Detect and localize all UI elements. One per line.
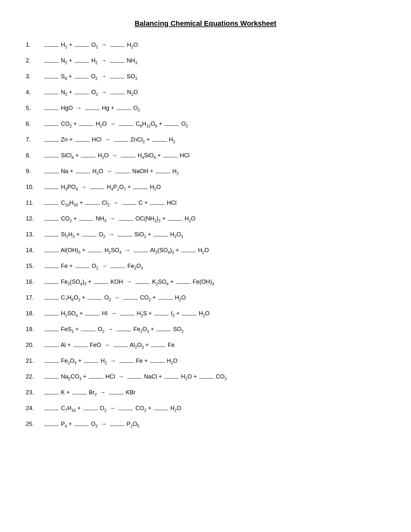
equation-number: 3. [26, 72, 44, 81]
equation-row: 5. HgO → Hg + O2 [26, 104, 385, 113]
equation-row: 25. P4 + O2 → P2O5 [26, 420, 385, 429]
equation-content: Na2CO3 + HCl → NaCl + H2O + CO2 [44, 372, 227, 381]
equation-content: H2SO4 + HI → H2S + I2 + H2O [44, 309, 210, 318]
equation-row: 8. SiCl4 + H2O → H4SiO4 + HCl [26, 151, 385, 160]
equation-content: Fe2O3 + H2 → Fe + H2O [44, 357, 178, 365]
equation-row: 10. H3PO4 → H4P2O7 + H2O [26, 183, 385, 192]
equation-content: C7H6O2 + O2 → CO2 + H2O [44, 293, 186, 302]
equation-number: 9. [26, 167, 44, 176]
page-title: Balancing Chemical Equations Worksheet [26, 19, 385, 28]
equation-row: 24. C7H16 + O2 → CO2 + H2O [26, 404, 385, 413]
equation-row: 19. FeS2 + O2 → Fe2O3 + SO2 [26, 325, 385, 334]
equation-row: 14. Al(OH)3 + H2SO4 → Al2(SO4)3 + H2O [26, 246, 385, 255]
equation-number: 7. [26, 135, 44, 144]
equation-content: H3PO4 → H4P2O7 + H2O [44, 183, 161, 192]
equation-row: 1. H2 + O2 → H2O [26, 41, 385, 49]
equation-content: CO2 + NH3 → OC(NH2)2 + H2O [44, 214, 196, 223]
equation-number: 16. [26, 278, 44, 286]
equation-number: 2. [26, 56, 44, 65]
equation-content: N2 + H2 → NH3 [44, 56, 137, 65]
equation-number: 19. [26, 325, 44, 334]
equation-content: Na + H2O → NaOH + H2 [44, 167, 179, 176]
equation-number: 17. [26, 293, 44, 302]
equation-number: 11. [26, 199, 44, 207]
equation-content: FeS2 + O2 → Fe2O3 + SO2 [44, 325, 184, 334]
equation-number: 25. [26, 420, 44, 429]
equation-content: Fe2(SO4)3 + KOH → K2SO4 + Fe(OH)3 [44, 278, 214, 286]
equation-content: H2 + O2 → H2O [44, 41, 138, 49]
equation-row: 15. Fe + O2 → Fe2O3 [26, 262, 385, 271]
equation-row: 13. Si2H3 + O2 → SiO2 + H2O3 [26, 230, 385, 239]
equation-content: P4 + O2 → P2O5 [44, 420, 139, 429]
equation-content: SiCl4 + H2O → H4SiO4 + HCl [44, 151, 190, 160]
equation-row: 3. S8 + O2 → SO3 [26, 72, 385, 81]
equation-row: 12. CO2 + NH3 → OC(NH2)2 + H2O [26, 214, 385, 223]
equation-number: 20. [26, 341, 44, 350]
equation-row: 7. Zn + HCl → ZnCl2 + H2 [26, 135, 385, 144]
equation-number: 18. [26, 309, 44, 318]
equation-row: 4. N2 + O2 → N2O [26, 88, 385, 97]
equation-number: 5. [26, 104, 44, 113]
equation-content: Al + FeO → Al2O3 + Fe [44, 341, 175, 350]
equation-content: C7H16 + O2 → CO2 + H2O [44, 404, 181, 413]
equation-content: Fe + O2 → Fe2O3 [44, 262, 143, 271]
equation-number: 8. [26, 151, 44, 160]
equation-content: Al(OH)3 + H2SO4 → Al2(SO4)3 + H2O [44, 246, 209, 255]
equation-row: 23. K + Br2 → KBr [26, 388, 385, 397]
equation-number: 23. [26, 388, 44, 397]
equation-row: 17. C7H6O2 + O2 → CO2 + H2O [26, 293, 385, 302]
equation-row: 20. Al + FeO → Al2O3 + Fe [26, 341, 385, 350]
equation-row: 21. Fe2O3 + H2 → Fe + H2O [26, 357, 385, 365]
equation-content: K + Br2 → KBr [44, 388, 135, 397]
equation-row: 18. H2SO4 + HI → H2S + I2 + H2O [26, 309, 385, 318]
equation-number: 24. [26, 404, 44, 413]
equation-number: 14. [26, 246, 44, 255]
equation-number: 15. [26, 262, 44, 271]
equation-row: 11. C10H16 + Cl2 → C + HCl [26, 199, 385, 207]
equation-list: 1. H2 + O2 → H2O2. N2 + H2 → NH33. S8 + … [26, 41, 385, 429]
equation-content: N2 + O2 → N2O [44, 88, 138, 97]
equation-row: 9. Na + H2O → NaOH + H2 [26, 167, 385, 176]
equation-row: 6. CO2 + H2O → C6H12O6 + O2 [26, 120, 385, 128]
equation-row: 22. Na2CO3 + HCl → NaCl + H2O + CO2 [26, 372, 385, 381]
equation-number: 12. [26, 214, 44, 223]
equation-content: Zn + HCl → ZnCl2 + H2 [44, 135, 175, 144]
equation-number: 1. [26, 41, 44, 49]
equation-number: 4. [26, 88, 44, 97]
equation-number: 6. [26, 120, 44, 128]
equation-content: S8 + O2 → SO3 [44, 72, 137, 81]
equation-row: 16. Fe2(SO4)3 + KOH → K2SO4 + Fe(OH)3 [26, 278, 385, 286]
equation-content: C10H16 + Cl2 → C + HCl [44, 199, 176, 207]
equation-content: CO2 + H2O → C6H12O6 + O2 [44, 120, 188, 128]
equation-number: 13. [26, 230, 44, 239]
equation-content: Si2H3 + O2 → SiO2 + H2O3 [44, 230, 183, 239]
equation-number: 22. [26, 372, 44, 381]
equation-row: 2. N2 + H2 → NH3 [26, 56, 385, 65]
equation-content: HgO → Hg + O2 [44, 104, 140, 113]
equation-number: 21. [26, 357, 44, 365]
equation-number: 10. [26, 183, 44, 192]
